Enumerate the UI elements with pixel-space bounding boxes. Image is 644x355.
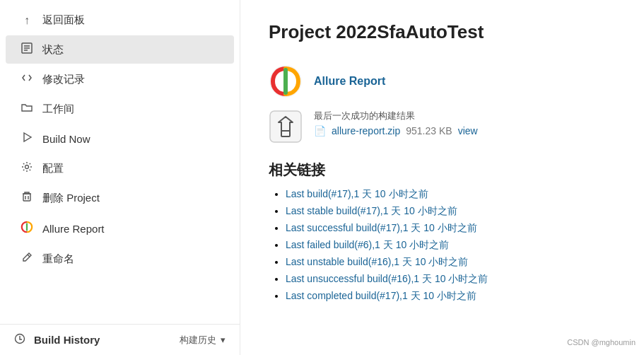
build-result-section: 最后一次成功的构建结果 📄 allure-report.zip 951.23 K…: [269, 110, 616, 144]
sidebar-item-build-now[interactable]: Build Now: [6, 124, 234, 153]
svg-line-9: [28, 255, 30, 257]
main-content: Project 2022SfaAutoTest Allure Report 最后…: [240, 0, 644, 355]
allure-report-section: Allure Report: [269, 64, 616, 98]
page-title: Project 2022SfaAutoTest: [269, 21, 616, 43]
status-icon: [20, 42, 34, 57]
sidebar: ↑ 返回面板 状态 修改记录 工作间: [0, 0, 240, 355]
related-link[interactable]: Last stable build(#17),1 天 10 小时之前: [286, 205, 457, 216]
related-link[interactable]: Last unstable build(#16),1 天 10 小时之前: [286, 256, 468, 267]
sidebar-item-allure[interactable]: Allure Report: [6, 214, 234, 243]
related-links-list: Last build(#17),1 天 10 小时之前Last stable b…: [269, 188, 616, 303]
related-link[interactable]: Last unsuccessful build(#16),1 天 10 小时之前: [286, 273, 488, 284]
chevron-down-icon: ▾: [221, 334, 226, 345]
svg-marker-4: [24, 133, 31, 141]
related-link[interactable]: Last failed build(#6),1 天 10 小时之前: [286, 239, 449, 250]
svg-rect-6: [23, 194, 30, 201]
build-result-icon: [269, 110, 303, 144]
build-result-content: 最后一次成功的构建结果 📄 allure-report.zip 951.23 K…: [314, 110, 478, 136]
svg-point-5: [25, 165, 29, 169]
gear-icon: [20, 161, 34, 175]
sidebar-item-delete[interactable]: 删除 Project: [6, 184, 234, 212]
folder-icon: [20, 102, 34, 116]
related-link[interactable]: Last successful build(#17),1 天 10 小时之前: [286, 222, 477, 233]
build-history-right: 构建历史 ▾: [180, 334, 226, 347]
arrow-up-icon: ↑: [20, 14, 34, 27]
build-result-file: 📄 allure-report.zip 951.23 KB view: [314, 125, 478, 136]
allure-icon: [20, 221, 34, 236]
file-icon: 📄: [314, 125, 326, 136]
sidebar-item-rename[interactable]: 重命名: [6, 245, 234, 273]
build-result-label: 最后一次成功的构建结果: [314, 110, 478, 122]
play-icon: [20, 132, 34, 146]
file-size: 951.23 KB: [406, 125, 452, 136]
sidebar-item-workspace[interactable]: 工作间: [6, 95, 234, 123]
svg-rect-13: [270, 111, 301, 142]
trash-icon: [20, 191, 34, 205]
watermark: CSDN @mghoumin: [567, 338, 636, 347]
sidebar-item-build-history[interactable]: Build History 构建历史 ▾: [0, 325, 240, 355]
sidebar-item-status[interactable]: 状态: [6, 35, 234, 64]
sidebar-item-settings[interactable]: 配置: [6, 154, 234, 182]
sidebar-item-back[interactable]: ↑ 返回面板: [6, 6, 234, 34]
view-link[interactable]: view: [458, 125, 478, 136]
sidebar-item-changes[interactable]: 修改记录: [6, 65, 234, 93]
file-link[interactable]: allure-report.zip: [332, 125, 400, 136]
sidebar-build-history-section: Build History 构建历史 ▾: [0, 324, 240, 355]
pencil-icon: [20, 252, 34, 266]
allure-logo-large: [269, 64, 303, 98]
related-link[interactable]: Last completed build(#17),1 天 10 小时之前: [286, 290, 476, 301]
allure-report-link[interactable]: Allure Report: [314, 75, 385, 88]
section-title: 相关链接: [269, 161, 616, 180]
clock-icon: [14, 333, 25, 347]
code-icon: [20, 72, 34, 86]
related-link[interactable]: Last build(#17),1 天 10 小时之前: [286, 188, 428, 199]
